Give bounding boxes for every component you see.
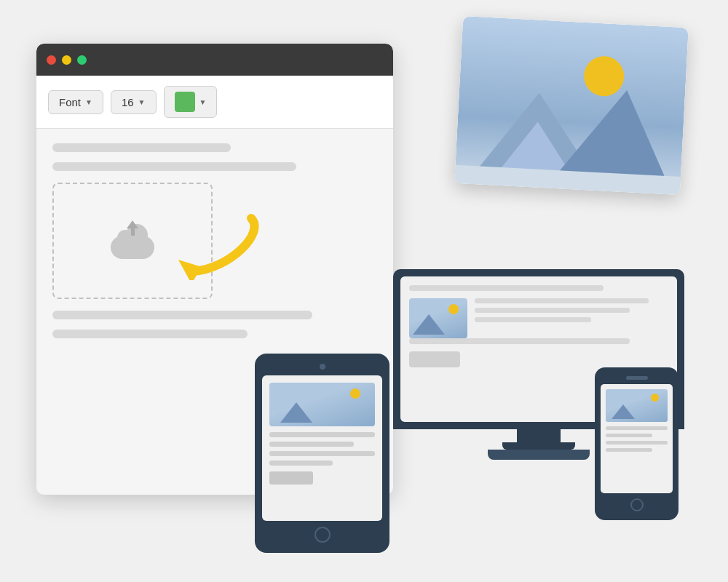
phone-text-line (606, 441, 668, 445)
mini-sun-icon (651, 394, 659, 402)
monitor-image-thumb (409, 298, 467, 338)
phone-device (595, 367, 678, 520)
mini-sun-icon (448, 304, 459, 314)
title-bar (36, 44, 393, 76)
tablet-body (255, 354, 389, 553)
chevron-down-icon: ▼ (138, 98, 146, 106)
tablet-screen (262, 375, 382, 521)
monitor-text-line (409, 285, 604, 291)
font-dropdown[interactable]: Font ▼ (48, 90, 103, 114)
mini-mountain-icon (280, 402, 312, 423)
mini-mountain-icon (413, 314, 445, 335)
size-dropdown[interactable]: 16 ▼ (111, 90, 157, 114)
close-button[interactable] (47, 55, 56, 65)
text-line (52, 311, 312, 319)
minimize-button[interactable] (62, 55, 71, 65)
svg-marker-0 (178, 260, 202, 280)
monitor-stand-bottom (502, 442, 575, 450)
monitor-stand-base (488, 450, 590, 460)
tablet-home-button[interactable] (314, 527, 331, 543)
tablet-camera (320, 364, 325, 370)
tablet-button-block (269, 471, 313, 485)
mini-sun-icon (350, 388, 360, 399)
tablet-text-line (269, 442, 354, 447)
mountain-right-icon (557, 87, 670, 180)
photo-card (454, 16, 689, 195)
phone-image-thumb (606, 389, 668, 422)
tablet-text-block (269, 432, 375, 466)
monitor-text-line (409, 338, 630, 344)
tablet-device (255, 354, 389, 553)
monitor-stand-top (517, 429, 561, 442)
upload-arrow-icon (127, 220, 138, 236)
phone-text-block (606, 426, 668, 452)
tablet-text-line (269, 451, 375, 456)
monitor-text-line (475, 308, 630, 313)
mini-mountain-icon (612, 404, 635, 419)
monitor-bottom (409, 338, 668, 367)
monitor-button-block (409, 351, 460, 367)
maximize-button[interactable] (77, 55, 87, 65)
phone-screen (601, 384, 673, 493)
phone-speaker (626, 376, 648, 380)
text-line (52, 143, 231, 152)
toolbar: Font ▼ 16 ▼ ▼ (36, 76, 393, 129)
font-label: Font (59, 96, 81, 108)
chevron-down-icon: ▼ (85, 98, 92, 106)
phone-text-line (606, 434, 652, 437)
tablet-text-line (269, 432, 375, 437)
curved-arrow (171, 207, 266, 280)
text-line (52, 162, 296, 171)
monitor-text-line (475, 317, 591, 322)
color-picker[interactable]: ▼ (164, 86, 218, 118)
photo-image (454, 16, 689, 195)
phone-text-line (606, 448, 652, 452)
phone-home-button[interactable] (630, 498, 644, 511)
color-swatch (175, 92, 195, 112)
phone-text-line (606, 426, 668, 430)
text-line (52, 330, 248, 338)
phone-body (595, 367, 678, 520)
monitor-text-line (475, 298, 649, 303)
tablet-text-line (269, 461, 333, 466)
chevron-down-icon: ▼ (199, 98, 207, 106)
size-label: 16 (122, 96, 134, 108)
tablet-image-thumb (269, 383, 375, 426)
monitor-text-block (475, 298, 668, 322)
scene: Font ▼ 16 ▼ ▼ (36, 22, 692, 560)
